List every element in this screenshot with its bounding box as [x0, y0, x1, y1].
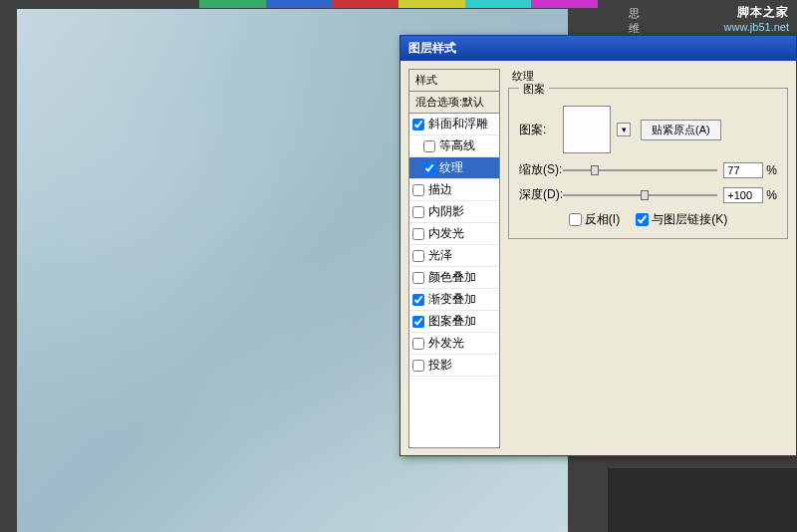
style-item-label: 光泽 [428, 247, 452, 264]
dialog-title: 图层样式 [400, 36, 796, 61]
style-item-6[interactable]: 光泽 [409, 245, 499, 267]
style-item-label: 外发光 [428, 335, 464, 352]
style-checkbox[interactable] [412, 184, 424, 196]
style-item-label: 描边 [428, 181, 452, 198]
scale-slider[interactable] [563, 163, 717, 177]
style-item-label: 斜面和浮雕 [428, 116, 488, 133]
style-checkbox[interactable] [412, 360, 424, 372]
scale-unit: % [766, 163, 777, 177]
style-checkbox[interactable] [412, 119, 424, 131]
style-item-3[interactable]: 描边 [409, 179, 499, 201]
depth-input[interactable] [723, 187, 763, 203]
style-checkbox[interactable] [412, 338, 424, 350]
style-header: 样式 [409, 70, 499, 92]
watermark-url: www.jb51.net [724, 21, 789, 33]
style-list: 样式 混合选项:默认 斜面和浮雕等高线纹理描边内阴影内发光光泽颜色叠加渐变叠加图… [408, 69, 500, 448]
pattern-dropdown-icon[interactable]: ▾ [617, 123, 631, 136]
style-item-9[interactable]: 图案叠加 [409, 311, 499, 333]
watermark: 思维 脚本之家 www.jb51.net [724, 4, 789, 33]
style-checkbox[interactable] [412, 294, 424, 306]
style-checkbox[interactable] [412, 316, 424, 328]
style-item-label: 颜色叠加 [428, 269, 476, 286]
style-item-0[interactable]: 斜面和浮雕 [409, 114, 499, 135]
texture-group-title: 纹理 [512, 69, 788, 84]
style-item-label: 内发光 [428, 225, 464, 242]
pattern-label: 图案: [519, 122, 563, 138]
style-item-2[interactable]: 纹理 [409, 157, 499, 179]
style-item-label: 内阴影 [428, 203, 464, 220]
style-checkbox[interactable] [412, 272, 424, 284]
panels-dock [608, 468, 797, 532]
depth-slider[interactable] [563, 188, 717, 202]
link-checkbox[interactable] [636, 213, 649, 226]
style-item-1[interactable]: 等高线 [409, 135, 499, 157]
style-item-label: 投影 [428, 357, 452, 374]
scale-label: 缩放(S): [519, 161, 563, 178]
scale-input[interactable] [723, 162, 763, 178]
invert-checkbox[interactable] [569, 213, 582, 226]
style-item-8[interactable]: 渐变叠加 [409, 289, 499, 311]
pattern-subgroup: 图案 [519, 82, 549, 97]
style-item-5[interactable]: 内发光 [409, 223, 499, 245]
style-checkbox[interactable] [412, 250, 424, 262]
style-item-7[interactable]: 颜色叠加 [409, 267, 499, 289]
watermark-title: 脚本之家 [724, 4, 789, 21]
style-item-11[interactable]: 投影 [409, 355, 499, 377]
invert-checkbox-label[interactable]: 反相(I) [569, 211, 620, 228]
style-item-label: 纹理 [439, 159, 463, 176]
texture-settings: 纹理 图案 图案: ▾ 贴紧原点(A) 缩放(S): % [508, 69, 788, 448]
style-checkbox[interactable] [423, 162, 435, 174]
pattern-swatch[interactable] [563, 106, 611, 153]
depth-label: 深度(D): [519, 186, 563, 203]
watermark-prefix: 思维 [629, 6, 640, 36]
style-item-10[interactable]: 外发光 [409, 333, 499, 355]
blend-options-row[interactable]: 混合选项:默认 [409, 92, 499, 114]
style-item-4[interactable]: 内阴影 [409, 201, 499, 223]
style-item-label: 渐变叠加 [428, 291, 476, 308]
style-item-label: 等高线 [439, 137, 475, 154]
depth-unit: % [766, 188, 777, 202]
style-checkbox[interactable] [412, 206, 424, 218]
style-checkbox[interactable] [412, 228, 424, 240]
layer-style-dialog: 图层样式 样式 混合选项:默认 斜面和浮雕等高线纹理描边内阴影内发光光泽颜色叠加… [399, 35, 797, 456]
link-checkbox-label[interactable]: 与图层链接(K) [636, 211, 727, 228]
style-item-label: 图案叠加 [428, 313, 476, 330]
snap-origin-button[interactable]: 贴紧原点(A) [641, 120, 721, 140]
style-checkbox[interactable] [423, 140, 435, 152]
